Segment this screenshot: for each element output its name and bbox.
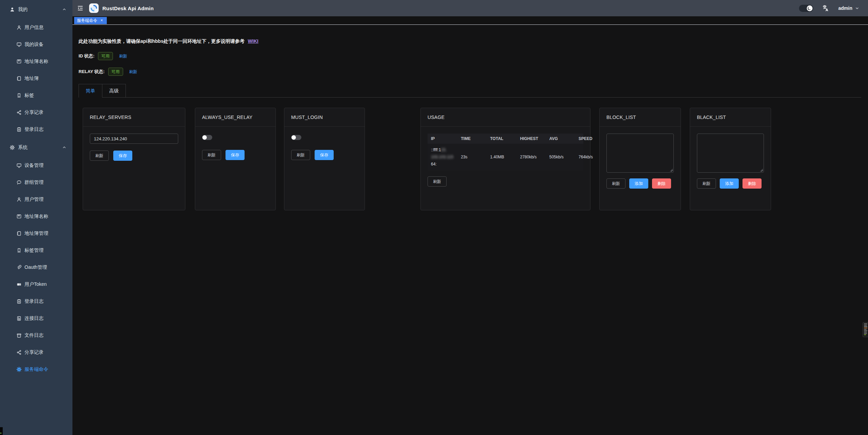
cell-highest: 2780kb/s xyxy=(517,144,546,171)
sidebar-item-地址簿管理[interactable]: 地址簿管理 xyxy=(0,225,72,242)
share-icon xyxy=(16,110,22,115)
experimental-notice: 此处功能为实验性质，请确保api和hbbs处于同一回环地址下，更多说明请参考 W… xyxy=(79,38,861,45)
user-menu[interactable]: admin xyxy=(838,5,859,11)
tab-close-icon[interactable]: × xyxy=(99,18,104,23)
sidebar-item-我的设备[interactable]: 我的设备 xyxy=(0,36,72,53)
always-use-relay-save-button[interactable]: 保存 xyxy=(226,150,245,160)
chat-icon xyxy=(16,180,22,185)
notebook-icon xyxy=(16,231,22,236)
card-must-login: MUST_LOGIN 刷新 保存 xyxy=(284,108,365,210)
must-login-refresh-button[interactable]: 刷新 xyxy=(291,150,310,160)
block-list-textarea[interactable] xyxy=(606,134,674,173)
book-name-icon xyxy=(16,59,22,64)
sidebar-item-登录日志[interactable]: 登录日志 xyxy=(0,121,72,138)
usage-table: IP TIME TOTAL HIGHEST AVG SPEED xyxy=(428,134,583,171)
black-list-delete-button[interactable]: 删除 xyxy=(742,178,762,189)
tab-advanced[interactable]: 高级 xyxy=(102,84,126,97)
relay-status-refresh-link[interactable]: 刷新 xyxy=(129,69,137,75)
user-icon xyxy=(16,197,22,202)
gear-icon xyxy=(10,145,15,150)
share-icon xyxy=(16,350,22,355)
col-highest: HIGHEST xyxy=(517,134,546,144)
sidebar-item-地址簿名称[interactable]: 地址簿名称 xyxy=(0,53,72,70)
sidebar-item-服务端命令[interactable]: 服务端命令 xyxy=(0,361,72,378)
block-list-refresh-button[interactable]: 刷新 xyxy=(606,178,625,189)
book-name-icon xyxy=(16,214,22,219)
scroll-minimap-widget[interactable] xyxy=(863,322,868,337)
sidebar-item-分享记录[interactable]: 分享记录 xyxy=(0,344,72,361)
block-list-delete-button[interactable]: 删除 xyxy=(652,178,671,189)
relay-servers-refresh-button[interactable]: 刷新 xyxy=(90,151,109,161)
user-icon xyxy=(16,25,22,30)
app-title: RustDesk Api Admin xyxy=(102,5,154,11)
sidebar-item-标签[interactable]: 标签 xyxy=(0,87,72,104)
sidebar-item-用户管理[interactable]: 用户管理 xyxy=(0,191,72,208)
sidebar-item-连接日志[interactable]: 连接日志 xyxy=(0,310,72,327)
id-status-refresh-link[interactable]: 刷新 xyxy=(119,53,127,59)
sidebar-item-用户信息[interactable]: 用户信息 xyxy=(0,19,72,36)
relay-status-badge: 可用 xyxy=(108,68,123,76)
dark-mode-toggle[interactable] xyxy=(799,5,813,12)
usage-table-header-row: IP TIME TOTAL HIGHEST AVG SPEED xyxy=(428,134,583,144)
bookmark-icon xyxy=(16,248,22,253)
col-avg: AVG xyxy=(546,134,575,144)
monitor-icon xyxy=(16,42,22,47)
sidebar-item-标签管理[interactable]: 标签管理 xyxy=(0,242,72,259)
relay-status-row: RELAY 状态: 可用 刷新 xyxy=(79,68,861,76)
usage-table-row: ::ffff:123. 103.103.115 64: 23s 1.40MB 2… xyxy=(428,144,583,171)
sidebar-item-文件日志[interactable]: 文件日志 xyxy=(0,327,72,344)
tab-simple[interactable]: 简单 xyxy=(79,84,102,98)
sidebar-item-地址簿[interactable]: 地址簿 xyxy=(0,70,72,87)
sidebar-item-设备管理[interactable]: 设备管理 xyxy=(0,157,72,174)
must-login-save-button[interactable]: 保存 xyxy=(315,150,334,160)
sidebar-item-用户Token[interactable]: 用户Token xyxy=(0,276,72,293)
relay-servers-input[interactable] xyxy=(90,134,178,144)
relay-status-label: RELAY 状态: xyxy=(79,69,105,75)
view-tabs: 简单 高级 xyxy=(79,84,861,98)
archive-icon xyxy=(16,333,22,338)
corner-notch xyxy=(0,427,3,435)
section-label: 我的 xyxy=(18,6,62,13)
bookmark-icon xyxy=(16,93,22,98)
monitor-icon xyxy=(16,163,22,168)
sidebar-item-Oauth管理[interactable]: Oauth管理 xyxy=(0,259,72,276)
tab-label: 服务端命令 xyxy=(77,18,97,23)
user-filled-icon xyxy=(10,7,15,12)
card-title: USAGE xyxy=(421,108,590,127)
collapse-sidebar-icon[interactable] xyxy=(77,4,84,12)
page-content: 此处功能为实验性质，请确保api和hbbs处于同一回环地址下，更多说明请参考 W… xyxy=(72,25,868,435)
sidebar-item-地址簿名称[interactable]: 地址簿名称 xyxy=(0,208,72,225)
clipboard-icon xyxy=(16,127,22,132)
block-list-add-button[interactable]: 添加 xyxy=(629,178,648,189)
cell-ip: ::ffff:123. 103.103.115 64: xyxy=(428,144,457,171)
chevron-up-icon xyxy=(62,7,66,12)
always-use-relay-refresh-button[interactable]: 刷新 xyxy=(202,150,221,160)
relay-servers-save-button[interactable]: 保存 xyxy=(113,151,132,161)
tab-server-commands[interactable]: 服务端命令 × xyxy=(74,17,107,24)
wiki-link[interactable]: WIKI xyxy=(248,38,258,44)
black-list-textarea[interactable] xyxy=(697,134,764,173)
sidebar-item-群组管理[interactable]: 群组管理 xyxy=(0,174,72,191)
sidebar-item-登录日志[interactable]: 登录日志 xyxy=(0,293,72,310)
cell-time: 23s xyxy=(457,144,487,171)
sidebar-section-system[interactable]: 系统 xyxy=(0,138,72,157)
notebook-icon xyxy=(16,76,22,81)
col-ip: IP xyxy=(428,134,457,144)
must-login-switch[interactable] xyxy=(291,135,301,140)
sidebar-item-分享记录[interactable]: 分享记录 xyxy=(0,104,72,121)
topbar: RustDesk Api Admin xyxy=(72,0,868,16)
black-list-refresh-button[interactable]: 刷新 xyxy=(697,178,716,189)
col-total: TOTAL xyxy=(487,134,517,144)
chevron-down-icon xyxy=(855,6,859,10)
tags-bar: 服务端命令 × xyxy=(72,16,868,25)
section-label: 系统 xyxy=(18,144,62,151)
sidebar-section-mine[interactable]: 我的 xyxy=(0,0,72,19)
cards-row: RELAY_SERVERS 刷新 保存 ALWAYS_USE_RELAY xyxy=(83,108,861,210)
black-list-add-button[interactable]: 添加 xyxy=(720,178,739,189)
id-status-badge: 可用 xyxy=(98,52,113,60)
card-usage: USAGE IP TIME TOTAL HIGHEST AVG xyxy=(420,108,590,210)
always-use-relay-switch[interactable] xyxy=(202,135,212,140)
username: admin xyxy=(838,5,852,11)
usage-refresh-button[interactable]: 刷新 xyxy=(428,176,447,187)
language-switch-icon[interactable] xyxy=(822,5,829,12)
